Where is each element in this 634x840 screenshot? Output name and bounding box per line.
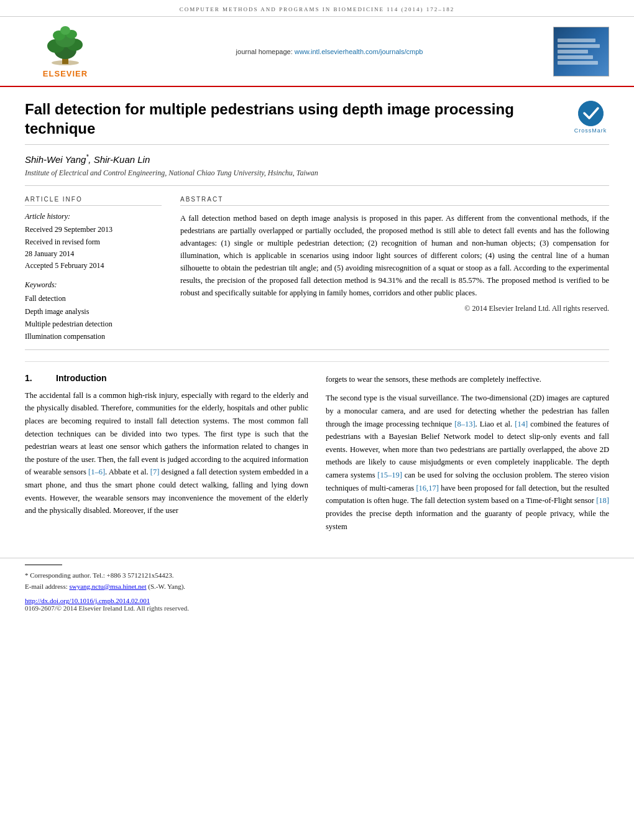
doi-line: http://dx.doi.org/10.1016/j.cmpb.2014.02… [25, 597, 609, 604]
body-two-col: 1. Introduction The accidental fall is a… [25, 373, 609, 552]
ref-15-19[interactable]: [15–19] [377, 471, 402, 479]
footnote-separator [25, 565, 62, 565]
crossmark-icon [577, 99, 605, 127]
intro-paragraph-3: The second type is the visual surveillan… [326, 392, 609, 533]
footer-copyright: 0169-2607/© 2014 Elsevier Ireland Ltd. A… [25, 604, 609, 612]
keywords-label: Keywords: [25, 280, 162, 290]
history-item-revised-date: 28 January 2014 [25, 248, 162, 260]
svg-point-9 [578, 101, 603, 126]
article-history-label: Article history: [25, 212, 162, 221]
svg-point-8 [52, 60, 79, 65]
footnote-corresponding-author: * Corresponding author. Tel.: +886 3 571… [25, 570, 609, 581]
journal-homepage-label: journal homepage: [236, 48, 293, 55]
email-label: E-mail address: [25, 583, 68, 590]
keyword-fall-detection: Fall detection [25, 292, 162, 305]
article-title: Fall detection for multiple pedestrians … [25, 99, 535, 138]
section-separator [25, 361, 609, 362]
svg-point-7 [60, 26, 70, 35]
keywords-list: Fall detection Depth image analysis Mult… [25, 292, 162, 343]
cover-decoration [558, 44, 600, 48]
footnote-email: E-mail address: swyang.nctu@msa.hinet.ne… [25, 581, 609, 593]
abstract-col: ABSTRACT A fall detection method based o… [180, 196, 609, 343]
authors-names: Shih-Wei Yang*, Shir-Kuan Lin [25, 154, 609, 165]
elsevier-logo: ELSEVIER [25, 24, 106, 78]
authors-affiliation: Institute of Electrical and Control Engi… [25, 168, 609, 178]
history-item-revised-label: Received in revised form [25, 236, 162, 248]
cover-decoration [558, 50, 588, 53]
article-info-col: ARTICLE INFO Article history: Received 2… [25, 196, 162, 343]
keyword-illumination: Illumination compensation [25, 330, 162, 343]
elsevier-tree-icon [37, 24, 93, 68]
title-section: Fall detection for multiple pedestrians … [25, 87, 609, 145]
ref-8-13[interactable]: [8–13] [454, 420, 475, 428]
section-1-number: 1. [25, 373, 44, 383]
journal-bar: COMPUTER METHODS AND PROGRAMS IN BIOMEDI… [0, 0, 634, 17]
journal-bar-text: COMPUTER METHODS AND PROGRAMS IN BIOMEDI… [180, 6, 455, 12]
cover-decoration [558, 39, 595, 42]
main-content: Fall detection for multiple pedestrians … [0, 87, 634, 552]
authors-section: Shih-Wei Yang*, Shir-Kuan Lin Institute … [25, 145, 609, 180]
article-history-items: Received 29 September 2013 Received in r… [25, 224, 162, 272]
ref-1-6[interactable]: [1–6] [88, 468, 105, 476]
body-col-left: 1. Introduction The accidental fall is a… [25, 373, 308, 540]
intro-paragraph-1: The accidental fall is a common high-ris… [25, 389, 308, 517]
keyword-depth-image: Depth image analysis [25, 305, 162, 318]
section-1-heading: 1. Introduction [25, 373, 308, 383]
ref-18[interactable]: [18] [596, 496, 609, 505]
ref-7[interactable]: [7] [150, 468, 160, 476]
crossmark-logo: CrossMark [572, 99, 609, 134]
history-item-accepted: Accepted 5 February 2014 [25, 260, 162, 272]
abstract-text: A fall detection method based on depth i… [180, 212, 609, 299]
corresponding-author-note: * Corresponding author. Tel.: +886 3 571… [25, 571, 174, 579]
crossmark-label: CrossMark [574, 127, 607, 134]
author-shih-wei-yang: Shih-Wei Yang [25, 154, 86, 165]
abstract-header: ABSTRACT [180, 196, 609, 206]
cover-decoration [558, 61, 598, 65]
intro-paragraph-2: forgets to wear the sensors, these metho… [326, 373, 609, 386]
page-container: COMPUTER METHODS AND PROGRAMS IN BIOMEDI… [0, 0, 634, 840]
article-info-abstract-section: ARTICLE INFO Article history: Received 2… [25, 185, 609, 349]
page-footer: * Corresponding author. Tel.: +886 3 571… [0, 558, 634, 622]
keyword-multiple-pedestrian: Multiple pedestrian detection [25, 318, 162, 330]
header-area: ELSEVIER journal homepage: www.intl.else… [0, 17, 634, 87]
abstract-copyright: © 2014 Elsevier Ireland Ltd. All rights … [180, 304, 609, 313]
history-item-received: Received 29 September 2013 [25, 224, 162, 236]
doi-link[interactable]: http://dx.doi.org/10.1016/j.cmpb.2014.02… [25, 597, 150, 604]
corresponding-author-email[interactable]: swyang.nctu@msa.hinet.net [69, 583, 146, 590]
body-col-right: forgets to wear the sensors, these metho… [326, 373, 609, 540]
author-shir-kuan-lin: Shir-Kuan Lin [94, 154, 150, 165]
section-1-title: Introduction [56, 373, 107, 383]
journal-homepage-url[interactable]: www.intl.elsevierhealth.com/journals/cmp… [295, 48, 423, 55]
elsevier-wordmark: ELSEVIER [43, 69, 88, 78]
author-separator: , [88, 154, 93, 165]
email-note: (S.-W. Yang). [148, 583, 185, 590]
journal-homepage: journal homepage: www.intl.elsevierhealt… [118, 48, 541, 55]
ref-16-17[interactable]: [16,17] [416, 484, 438, 492]
article-info-header: ARTICLE INFO [25, 196, 162, 206]
journal-cover [553, 27, 609, 76]
cover-decoration [558, 55, 593, 59]
ref-14[interactable]: [14] [515, 420, 528, 428]
